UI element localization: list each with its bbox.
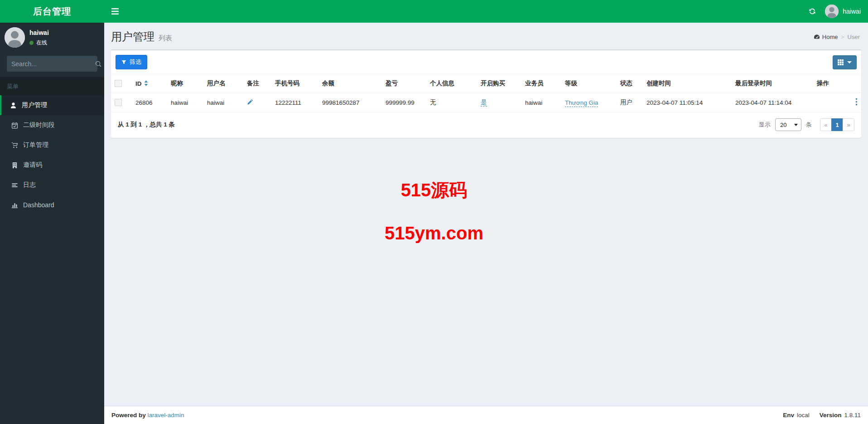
main-footer: Powered by laravel-admin Env local Versi… — [104, 406, 868, 424]
column-header-salesman: 业务员 — [521, 74, 561, 93]
sidebar-search-button[interactable] — [93, 59, 103, 69]
edit-remark-button[interactable] — [247, 99, 253, 105]
column-header-phone: 手机号码 — [271, 74, 318, 93]
breadcrumb-home-link[interactable]: Home — [814, 34, 838, 40]
navbar-user-menu[interactable]: haiwai — [825, 0, 861, 23]
users-table: ID 昵称 用户名 备注 手机号码 余额 盈亏 个人信息 开启购买 业务员 等级… — [111, 74, 861, 112]
column-header-level: 等级 — [561, 74, 617, 93]
main-content: 用户管理 列表 Home > User 筛选 — [104, 23, 868, 424]
cell-balance: 99981650287 — [318, 93, 382, 112]
filter-button[interactable]: 筛选 — [116, 55, 147, 69]
sidebar-item-label: 二级时间段 — [23, 121, 55, 129]
user-icon — [10, 102, 17, 109]
column-header-username: 用户名 — [203, 74, 243, 93]
sidebar-item-users[interactable]: 用户管理 — [0, 95, 104, 115]
top-navbar: haiwai — [104, 0, 868, 23]
pagination: « 1 » — [820, 118, 854, 131]
sidebar-item-invite-codes[interactable]: 邀请码 — [0, 155, 104, 175]
grid-box: 筛选 — [111, 49, 861, 138]
pencil-icon — [247, 99, 253, 105]
column-header-balance: 余额 — [318, 74, 382, 93]
row-checkbox[interactable] — [115, 99, 122, 106]
navbar-username: haiwai — [843, 8, 861, 15]
cell-id: 26806 — [132, 93, 167, 112]
dashboard-icon — [814, 34, 820, 40]
cell-level: Thương Gia — [561, 93, 617, 112]
sidebar: haiwai 在线 菜单 用户管理二级时间段订单管理邀请码日志Dashboard — [0, 23, 104, 424]
filter-icon — [121, 60, 126, 65]
column-header-status: 状态 — [617, 74, 643, 93]
sort-icon[interactable] — [144, 80, 148, 86]
column-header-remark: 备注 — [243, 74, 271, 93]
powered-by-label: Powered by — [111, 412, 146, 419]
column-selector-button[interactable] — [833, 55, 857, 69]
cart-icon — [11, 142, 18, 149]
cell-purchase-enabled: 是 — [477, 93, 521, 112]
sidebar-username: haiwai — [29, 29, 49, 36]
page-title: 用户管理 — [111, 29, 154, 44]
sidebar-item-label: 邀请码 — [23, 161, 42, 169]
cell-nickname: haiwai — [167, 93, 203, 112]
column-header-purchase-enabled: 开启购买 — [477, 74, 521, 93]
column-header-profit: 盈亏 — [382, 74, 426, 93]
refresh-button[interactable] — [809, 0, 816, 23]
page-subtitle: 列表 — [159, 34, 172, 43]
laravel-admin-link[interactable]: laravel-admin — [148, 412, 184, 419]
sidebar-item-label: 用户管理 — [22, 101, 47, 109]
caret-down-icon — [847, 61, 852, 63]
online-status-label: 在线 — [36, 39, 47, 47]
cell-remark — [243, 93, 271, 112]
table-header-row: ID 昵称 用户名 备注 手机号码 余额 盈亏 个人信息 开启购买 业务员 等级… — [111, 74, 861, 93]
calendar-icon — [11, 122, 18, 129]
sidebar-item-label: Dashboard — [23, 201, 54, 209]
sidebar-user-avatar — [5, 27, 25, 48]
pagination-page-1[interactable]: 1 — [831, 118, 843, 131]
pagination-prev-button[interactable]: « — [820, 118, 832, 131]
online-status-dot — [29, 41, 34, 45]
cell-created-at: 2023-04-07 11:05:14 — [643, 93, 732, 112]
list-icon — [11, 182, 18, 189]
purchase-enabled-link[interactable]: 是 — [481, 99, 487, 107]
table-row: 26806 haiwai haiwai 12222111 99981650287 — [111, 93, 861, 112]
cell-phone: 12222111 — [271, 93, 318, 112]
row-actions-button[interactable] — [855, 98, 858, 106]
app-logo-text: 后台管理 — [33, 5, 71, 18]
version-label: Version — [820, 412, 842, 419]
column-header-nickname: 昵称 — [167, 74, 203, 93]
sidebar-item-orders[interactable]: 订单管理 — [0, 135, 104, 155]
breadcrumb: Home > User — [814, 34, 860, 40]
cell-status: 用户 — [617, 93, 643, 112]
per-page-unit: 条 — [806, 121, 812, 129]
refresh-icon — [809, 8, 816, 15]
sidebar-search — [7, 56, 97, 72]
sidebar-item-label: 订单管理 — [23, 141, 48, 149]
ellipsis-v-icon — [855, 98, 858, 106]
column-header-id: ID — [132, 74, 167, 93]
per-page-select[interactable]: 20 — [775, 118, 801, 131]
env-label: Env — [783, 412, 794, 419]
sidebar-menu: 用户管理二级时间段订单管理邀请码日志Dashboard — [0, 95, 104, 215]
sidebar-menu-header: 菜单 — [0, 77, 104, 95]
per-page-label: 显示 — [759, 121, 771, 129]
sidebar-toggle-button[interactable] — [104, 0, 126, 23]
select-all-checkbox[interactable] — [115, 80, 122, 87]
breadcrumb-current: User — [848, 34, 860, 40]
sidebar-item-time-periods[interactable]: 二级时间段 — [0, 115, 104, 135]
sidebar-search-input[interactable] — [11, 60, 93, 68]
breadcrumb-separator: > — [841, 34, 844, 40]
column-header-created-at: 创建时间 — [643, 74, 732, 93]
sidebar-item-logs[interactable]: 日志 — [0, 175, 104, 195]
cell-personal-info: 无 — [426, 93, 477, 112]
cell-profit: 999999.99 — [382, 93, 426, 112]
sidebar-item-label: 日志 — [23, 181, 36, 189]
level-link[interactable]: Thương Gia — [565, 99, 598, 107]
bar-chart-icon — [11, 202, 18, 209]
building-icon — [11, 162, 18, 169]
sidebar-user-panel: haiwai 在线 — [0, 23, 104, 52]
search-icon — [95, 61, 101, 67]
env-value: local — [797, 412, 810, 419]
pagination-next-button[interactable]: » — [843, 118, 854, 131]
app-logo[interactable]: 后台管理 — [0, 0, 104, 23]
per-page-select-wrap: 20 — [775, 118, 801, 131]
sidebar-item-dashboard[interactable]: Dashboard — [0, 195, 104, 215]
